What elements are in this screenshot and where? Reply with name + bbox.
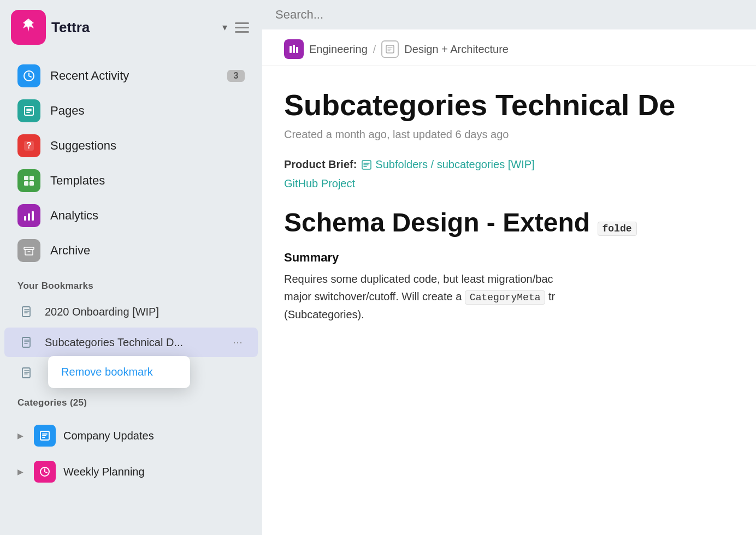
weekly-planning-icon [34,461,56,483]
breadcrumb-separator: / [373,43,376,56]
summary-code-inline: CategoryMeta [465,290,546,305]
product-brief-link-text: Subfolders / subcategories [WIP] [375,158,534,171]
svg-rect-13 [22,307,30,317]
article-body: Subcategories Technical De Created a mon… [262,66,756,535]
bookmark-dropdown-popup: Remove bookmark [48,356,190,388]
category-item-company-updates[interactable]: ▶ Company Updates [4,418,258,453]
github-link-text: GitHub Project [284,177,355,189]
svg-rect-8 [24,216,26,221]
analytics-icon [17,204,40,227]
pages-icon [17,99,40,122]
breadcrumb-parent-icon [284,39,304,59]
summary-heading: Summary [284,251,734,265]
bookmark-label-subcategories: Subcategories Technical D... [45,336,222,349]
svg-rect-10 [32,211,34,221]
schema-design-title-text: Schema Design - Extend [284,208,590,237]
article-product-brief-field: Product Brief: Subfolders / subcategorie… [284,158,734,171]
logo-icon [19,16,38,39]
sidebar-item-archive[interactable]: Archive [4,234,258,268]
schema-design-code: folde [598,222,637,236]
github-project-link[interactable]: GitHub Project [284,177,355,190]
article-github-field: GitHub Project [284,177,734,190]
app-dropdown-arrow[interactable]: ▾ [222,21,227,33]
svg-rect-7 [29,181,34,186]
article-meta: Created a month ago, last updated 6 days… [284,128,734,141]
svg-rect-19 [293,45,295,53]
company-updates-icon [34,425,56,447]
svg-rect-14 [22,337,30,347]
breadcrumb-parent-label[interactable]: Engineering [309,43,368,56]
search-bar [262,0,756,29]
sidebar-item-analytics[interactable]: Analytics [4,199,258,233]
bookmarks-list: 2020 Onboarding [WIP] Subcategories Tech… [0,296,262,389]
category-item-weekly-planning[interactable]: ▶ Weekly Planning [4,454,258,489]
sidebar-item-templates[interactable]: Templates [4,164,258,198]
sidebar-item-label-recent-activity: Recent Activity [50,69,217,83]
svg-rect-18 [290,46,292,53]
svg-rect-5 [29,176,34,180]
categories-list: ▶ Company Updates ▶ Weekly Planning [0,413,262,495]
recent-activity-icon [17,64,40,87]
category-label-weekly-planning: Weekly Planning [63,466,145,478]
hamburger-line-3 [235,31,249,33]
suggestions-icon: ? [17,134,40,157]
svg-rect-12 [25,249,33,255]
product-brief-link[interactable]: Subfolders / subcategories [WIP] [361,158,534,171]
sidebar-item-label-pages: Pages [50,104,245,118]
bookmark-doc-icon-2 [17,333,36,352]
main-content: Engineering / Design + Architecture Subc… [262,0,756,535]
breadcrumb-current-label[interactable]: Design + Architecture [404,43,509,56]
sidebar-item-label-archive: Archive [50,243,245,258]
svg-rect-6 [24,181,28,186]
bookmark-doc-icon-1 [17,302,36,321]
sidebar-item-pages[interactable]: Pages [4,94,258,128]
category-label-company-updates: Company Updates [63,430,154,442]
summary-text-3: (Subcategories). [284,306,734,323]
sidebar-item-label-suggestions: Suggestions [50,139,245,153]
summary-text-1: Requires some duplicated code, but least… [284,270,734,288]
svg-rect-20 [296,47,298,53]
hamburger-line-2 [235,27,249,28]
bookmark-more-button[interactable]: ⋯ [231,334,245,350]
svg-rect-15 [22,368,30,378]
archive-icon [17,239,40,262]
app-logo[interactable] [11,10,46,45]
bookmark-item-subcategories[interactable]: Subcategories Technical D... ⋯ Remove bo… [4,328,258,357]
sidebar-item-label-analytics: Analytics [50,209,245,223]
categories-section-title: Categories (25) [0,389,262,413]
schema-design-title: Schema Design - Extend folde [284,207,734,237]
breadcrumb: Engineering / Design + Architecture [262,29,756,66]
bookmarks-section-title: Your Bookmarks [0,272,262,296]
search-input[interactable] [275,8,743,22]
svg-text:?: ? [26,141,32,150]
sidebar-item-label-templates: Templates [50,174,245,188]
recent-activity-badge: 3 [227,70,245,82]
category-arrow-1: ▶ [17,431,26,440]
sidebar-item-suggestions[interactable]: ? Suggestions [4,129,258,163]
product-brief-label: Product Brief: [284,158,357,171]
templates-icon [17,169,40,192]
summary-text-2: major switchover/cutoff. Will create a C… [284,288,734,306]
remove-bookmark-option[interactable]: Remove bookmark [48,356,190,388]
svg-rect-4 [24,176,28,180]
category-arrow-2: ▶ [17,467,26,476]
app-name: Tettra [51,19,216,36]
hamburger-menu-button[interactable] [233,20,251,35]
svg-rect-9 [28,213,30,221]
sidebar: Tettra ▾ Recent Activity 3 Pages ? [0,0,262,535]
breadcrumb-current-icon [381,40,399,58]
bookmark-doc-icon-3 [17,364,36,382]
sidebar-header: Tettra ▾ [0,0,262,55]
bookmark-item-onboarding[interactable]: 2020 Onboarding [WIP] [4,297,258,326]
sidebar-item-recent-activity[interactable]: Recent Activity 3 [4,59,258,93]
nav-section: Recent Activity 3 Pages ? Suggestions Te… [0,55,262,272]
hamburger-line-1 [235,22,249,24]
article-title: Subcategories Technical De [284,88,734,122]
bookmark-label-onboarding: 2020 Onboarding [WIP] [45,306,245,318]
